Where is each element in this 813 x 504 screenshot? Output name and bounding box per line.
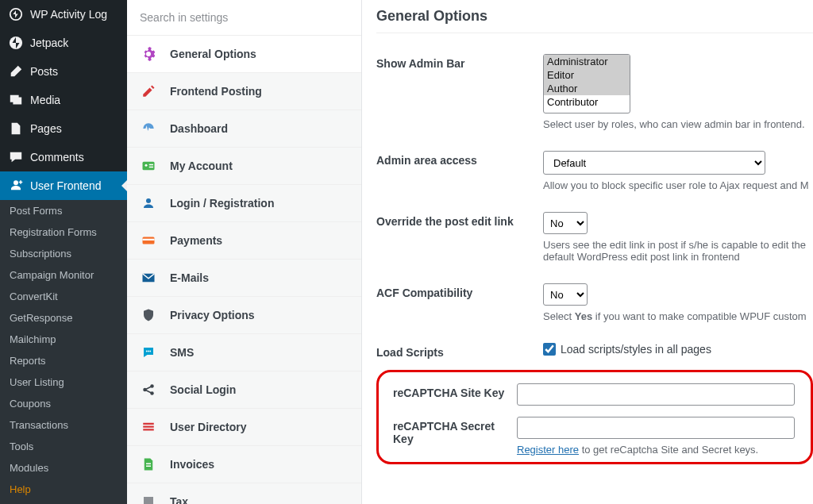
wp-submenu-item[interactable]: Registration Forms (0, 221, 127, 243)
admin-bar-roles-select[interactable]: AdministratorEditorAuthorContributor (543, 54, 630, 113)
recaptcha-highlight: reCAPTCHA Site Key reCAPTCHA Secret Key … (376, 370, 813, 464)
settings-main: General Options Show Admin Bar Administr… (362, 0, 813, 504)
scripts-label: Load Scripts (376, 343, 543, 359)
svg-rect-7 (143, 239, 155, 240)
wp-submenu-item[interactable]: Tools (0, 436, 127, 457)
wp-submenu-item[interactable]: Help (0, 479, 127, 500)
svg-rect-19 (146, 466, 151, 467)
id-card-icon (141, 159, 156, 173)
override-label: Override the post edit link (376, 212, 543, 228)
settings-nav-login[interactable]: Login / Registration (127, 185, 361, 222)
settings-nav-dashboard[interactable]: Dashboard (127, 110, 361, 148)
svg-rect-20 (144, 497, 153, 504)
svg-rect-1 (143, 162, 155, 171)
wp-admin-sidebar: WP Activity LogJetpackPostsMediaPagesCom… (0, 0, 127, 504)
gear-icon (141, 47, 156, 61)
wp-menu-comments[interactable]: Comments (0, 143, 127, 171)
posts-icon (8, 63, 24, 79)
settings-nav-general[interactable]: General Options (127, 36, 361, 73)
wp-submenu-item[interactable]: Campaign Monitor (0, 264, 127, 286)
settings-nav-directory[interactable]: User Directory (127, 409, 361, 446)
recaptcha-desc: Register here to get reCaptcha Site and … (517, 444, 795, 456)
settings-search-input[interactable]: Search in settings (127, 0, 361, 36)
invoice-icon (141, 457, 156, 471)
settings-nav-social[interactable]: Social Login (127, 371, 361, 409)
settings-nav: Search in settings General OptionsFronte… (127, 0, 362, 504)
wp-menu-user-frontend[interactable]: User Frontend (0, 171, 127, 200)
media-icon (8, 92, 24, 108)
settings-nav-invoices[interactable]: Invoices (127, 446, 361, 483)
jetpack-icon (8, 35, 24, 51)
svg-point-2 (145, 164, 148, 167)
wp-submenu-item[interactable]: Reports (0, 350, 127, 371)
svg-rect-18 (146, 464, 151, 465)
admin-bar-desc: Select user by roles, who can view admin… (543, 118, 813, 130)
shield-icon (141, 308, 156, 322)
admin-access-label: Admin area access (376, 151, 543, 167)
recaptcha-secret-input[interactable] (517, 417, 795, 439)
wp-submenu-item[interactable]: Post Forms (0, 200, 127, 221)
svg-rect-17 (143, 429, 154, 430)
svg-rect-4 (149, 167, 153, 168)
comments-icon (8, 149, 24, 165)
wp-submenu-item[interactable]: GetResponse (0, 307, 127, 329)
dashboard-icon (141, 121, 156, 136)
svg-point-11 (149, 351, 151, 352)
svg-point-10 (148, 351, 149, 352)
wp-submenu-item[interactable]: ConvertKit (0, 286, 127, 307)
payment-icon (141, 233, 156, 248)
scripts-checkbox[interactable] (543, 343, 556, 356)
settings-nav-payments[interactable]: Payments (127, 222, 361, 260)
wp-submenu-item[interactable]: Coupons (0, 393, 127, 414)
wp-submenu-item[interactable]: Modules (0, 457, 127, 479)
page-title: General Options (376, 8, 813, 33)
acf-select[interactable]: No (543, 283, 588, 306)
acf-desc: Select Yes if you want to make compatibl… (543, 310, 813, 322)
override-desc: Users see the edit link in post if s/he … (543, 239, 813, 263)
user-icon (141, 196, 156, 210)
activity-log-icon (8, 6, 24, 22)
wp-submenu-item[interactable]: Subscriptions (0, 243, 127, 264)
settings-nav-account[interactable]: My Account (127, 148, 361, 185)
mail-icon (141, 271, 156, 285)
settings-nav-emails[interactable]: E-Mails (127, 260, 361, 297)
recaptcha-sitekey-input[interactable] (517, 383, 795, 406)
list-icon (141, 420, 156, 434)
wp-menu-jetpack[interactable]: Jetpack (0, 29, 127, 57)
admin-access-select[interactable]: Default (543, 151, 765, 175)
pages-icon (8, 121, 24, 137)
wp-menu-posts[interactable]: Posts (0, 57, 127, 86)
admin-bar-label: Show Admin Bar (376, 54, 543, 70)
scripts-checkbox-label[interactable]: Load scripts/styles in all pages (543, 343, 711, 356)
svg-rect-16 (143, 426, 154, 428)
settings-nav-tax[interactable]: Tax (127, 483, 361, 504)
recaptcha-secret-label: reCAPTCHA Secret Key (393, 417, 517, 445)
svg-point-5 (146, 198, 151, 203)
settings-nav-sms[interactable]: SMS (127, 334, 361, 371)
wp-submenu-item[interactable]: Transactions (0, 414, 127, 436)
tax-icon (141, 494, 156, 504)
recaptcha-register-link[interactable]: Register here (517, 444, 579, 456)
svg-point-9 (146, 351, 148, 352)
edit-icon (141, 84, 156, 98)
wp-menu-media[interactable]: Media (0, 86, 127, 114)
svg-rect-15 (143, 423, 154, 425)
sms-icon (141, 345, 156, 360)
override-select[interactable]: No (543, 212, 588, 234)
svg-rect-3 (149, 164, 153, 166)
wp-submenu-item[interactable]: Settings (0, 500, 127, 504)
admin-access-desc: Allow you to block specific user role to… (543, 179, 813, 191)
wp-submenu-item[interactable]: User Listing (0, 371, 127, 393)
settings-nav-frontend[interactable]: Frontend Posting (127, 73, 361, 110)
share-icon (141, 383, 156, 397)
settings-nav-privacy[interactable]: Privacy Options (127, 297, 361, 334)
recaptcha-sitekey-label: reCAPTCHA Site Key (393, 383, 517, 399)
wp-submenu-item[interactable]: Mailchimp (0, 329, 127, 350)
acf-label: ACF Compatibility (376, 283, 543, 299)
user-frontend-icon (8, 178, 24, 194)
wp-menu-activity-log[interactable]: WP Activity Log (0, 0, 127, 29)
wp-menu-pages[interactable]: Pages (0, 114, 127, 143)
